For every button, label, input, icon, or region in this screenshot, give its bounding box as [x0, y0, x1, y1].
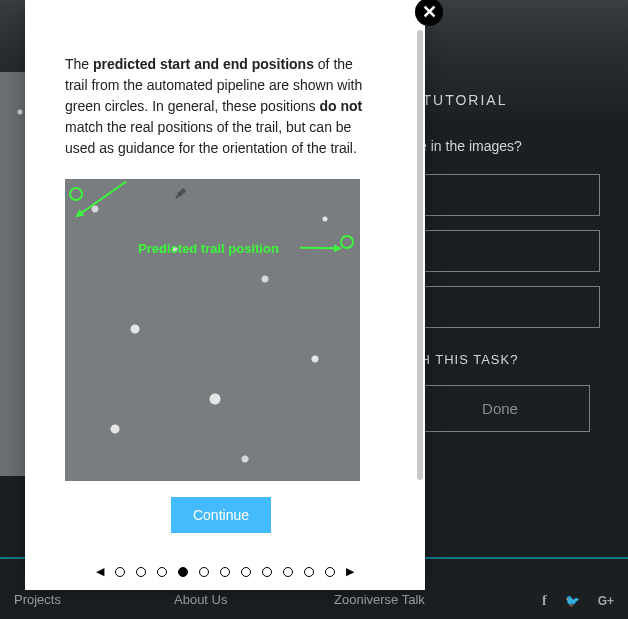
continue-button[interactable]: Continue — [171, 497, 271, 533]
pagination-dot-2[interactable] — [136, 567, 146, 577]
google-plus-icon[interactable] — [598, 592, 614, 617]
pagination-dot-11[interactable] — [325, 567, 335, 577]
predicted-start-marker — [69, 187, 83, 201]
pagination-dot-3[interactable] — [157, 567, 167, 577]
pagination-dot-9[interactable] — [283, 567, 293, 577]
pagination-dot-1[interactable] — [115, 567, 125, 577]
facebook-icon[interactable] — [542, 592, 547, 617]
text-emphasis: do not — [319, 98, 362, 114]
footer-col-1: Projects — [14, 592, 174, 617]
close-icon: ✕ — [422, 1, 437, 23]
tutorial-example-image: Predicted trail position — [65, 179, 360, 481]
footer: Projects About Us Zooniverse Talk — [14, 592, 614, 617]
modal-content: The predicted start and end positions of… — [25, 26, 417, 550]
tutorial-paragraph: The predicted start and end positions of… — [65, 54, 377, 159]
tutorial-modal: ✕ The predicted start and end positions … — [25, 0, 425, 590]
scrollbar[interactable] — [417, 30, 423, 480]
done-button[interactable]: Done — [410, 385, 590, 432]
image-annotation-label: Predicted trail position — [138, 241, 279, 256]
pagination-dot-8[interactable] — [262, 567, 272, 577]
footer-link-about[interactable]: About Us — [174, 592, 334, 607]
footer-col-3: Zooniverse Talk — [334, 592, 494, 617]
text-segment: match the real positions of the trail, b… — [65, 119, 357, 156]
pagination-next[interactable]: ▶ — [346, 565, 354, 578]
footer-col-2: About Us — [174, 592, 334, 617]
pagination-dot-4[interactable] — [178, 567, 188, 577]
twitter-icon[interactable] — [565, 592, 580, 617]
tutorial-pagination: ◀▶ — [25, 565, 425, 578]
arrow-icon — [76, 181, 126, 217]
text-emphasis: predicted start and end positions — [93, 56, 314, 72]
footer-link-talk[interactable]: Zooniverse Talk — [334, 592, 494, 607]
pagination-dot-7[interactable] — [241, 567, 251, 577]
pagination-dot-10[interactable] — [304, 567, 314, 577]
predicted-end-marker — [340, 235, 354, 249]
footer-link-projects[interactable]: Projects — [14, 592, 174, 607]
pagination-dot-5[interactable] — [199, 567, 209, 577]
text-segment: The — [65, 56, 93, 72]
footer-social — [542, 592, 614, 617]
pagination-dot-6[interactable] — [220, 567, 230, 577]
arrow-icon — [300, 247, 340, 250]
pagination-prev[interactable]: ◀ — [96, 565, 104, 578]
